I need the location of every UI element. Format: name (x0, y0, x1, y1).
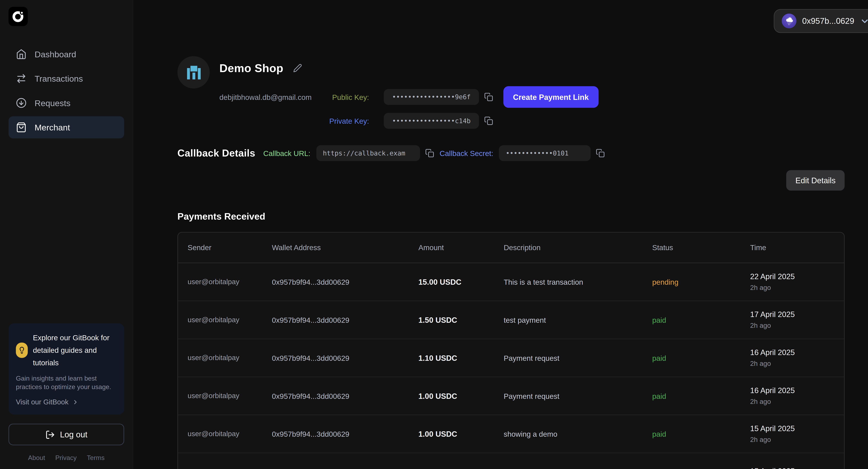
table-row[interactable]: user@orbitalpay 0x957b9f94...3dd00629 1.… (178, 377, 844, 415)
col-header-sender: Sender (178, 243, 272, 252)
edit-pencil-icon[interactable] (293, 64, 302, 72)
footer-link-terms[interactable]: Terms (87, 455, 104, 461)
time-date: 22 April 2025 (750, 272, 844, 281)
create-payment-link-button[interactable]: Create Payment Link (503, 86, 598, 108)
sidebar-item-transactions[interactable]: Transactions (8, 67, 124, 90)
transactions-icon (16, 73, 27, 84)
time-date: 15 April 2025 (750, 467, 844, 469)
main-content: 0x957b...0629 Demo Shop debjitbhowa (133, 0, 868, 469)
callback-details-row: Callback Details Callback URL: https://c… (178, 145, 844, 162)
sender-cell: user@orbitalpay (178, 430, 272, 438)
time-cell: 16 April 2025 2h ago (750, 348, 844, 368)
copy-icon (425, 149, 434, 158)
time-cell: 15 April 2025 2h ago (750, 424, 844, 443)
wallet-cell: 0x957b9f94...3dd00629 (272, 316, 418, 324)
callback-url-label: Callback URL: (264, 149, 310, 157)
amount-cell: 15.00 USDC (418, 277, 504, 286)
table-row[interactable]: user@orbitalpay 0x957b9f94...3dd00629 1.… (178, 301, 844, 339)
public-key-label: Public Key: (328, 93, 369, 101)
logout-label: Log out (60, 430, 87, 439)
arrow-down-circle-icon (16, 98, 27, 108)
status-cell: paid (652, 430, 750, 438)
sidebar: Dashboard Transactions Requests Merchant (0, 0, 133, 469)
amount-cell: 1.50 USDC (418, 316, 504, 324)
sender-cell: user@orbitalpay (178, 316, 272, 324)
private-key-label: Private Key: (328, 117, 369, 125)
time-cell: 16 April 2025 2h ago (750, 386, 844, 406)
table-row[interactable]: user@orbitalpay 0x957b9f94...3dd00629 1.… (178, 415, 844, 453)
copy-callback-secret-button[interactable] (596, 149, 605, 158)
home-icon (16, 49, 27, 60)
sender-cell: user@orbitalpay (178, 278, 272, 286)
gitbook-link[interactable]: Visit our GitBook (16, 398, 117, 406)
payments-table: Sender Wallet Address Amount Description… (178, 232, 844, 469)
edit-details-button[interactable]: Edit Details (786, 170, 845, 191)
table-row[interactable]: 15 April 2025 (178, 453, 844, 469)
time-cell: 22 April 2025 2h ago (750, 272, 844, 291)
footer-link-privacy[interactable]: Privacy (55, 455, 76, 461)
description-cell: Payment request (504, 354, 652, 362)
time-date: 17 April 2025 (750, 310, 844, 319)
description-cell: Payment request (504, 392, 652, 400)
shopping-bag-icon (16, 122, 27, 133)
status-cell: paid (652, 354, 750, 362)
col-header-status: Status (652, 243, 750, 252)
time-ago: 2h ago (750, 359, 844, 368)
table-row[interactable]: user@orbitalpay 0x957b9f94...3dd00629 1.… (178, 339, 844, 377)
status-cell: paid (652, 392, 750, 400)
merchant-header: Demo Shop debjitbhowal.db@gmail.com Publ… (178, 56, 844, 129)
logout-button[interactable]: Log out (8, 424, 124, 445)
copy-callback-url-button[interactable] (425, 149, 434, 158)
table-header-row: Sender Wallet Address Amount Description… (178, 233, 844, 263)
sidebar-item-label: Transactions (35, 74, 83, 83)
col-header-time: Time (750, 243, 844, 252)
sidebar-item-requests[interactable]: Requests (8, 92, 124, 114)
time-cell: 17 April 2025 2h ago (750, 310, 844, 329)
gitbook-link-label: Visit our GitBook (16, 398, 68, 406)
app-window: Dashboard Transactions Requests Merchant (0, 0, 868, 469)
time-ago: 2h ago (750, 322, 844, 329)
time-date: 16 April 2025 (750, 348, 844, 357)
chevron-right-icon (72, 399, 79, 406)
chevron-down-icon (860, 16, 868, 26)
footer-link-about[interactable]: About (28, 455, 45, 461)
cloud-rain-icon (785, 17, 793, 25)
sidebar-item-dashboard[interactable]: Dashboard (8, 43, 124, 65)
wallet-cell: 0x957b9f94...3dd00629 (272, 277, 418, 286)
callback-secret-value: ••••••••••••0101 (499, 145, 591, 161)
time-ago: 2h ago (750, 436, 844, 444)
sidebar-item-merchant[interactable]: Merchant (8, 116, 124, 138)
sidebar-footer: About Privacy Terms (8, 455, 124, 461)
lightbulb-icon (16, 343, 28, 358)
gitbook-promo-card: Explore our GitBook for detailed guides … (8, 323, 124, 415)
shop-logo-glyph (184, 63, 203, 82)
sender-cell: user@orbitalpay (178, 392, 272, 400)
sidebar-nav: Dashboard Transactions Requests Merchant (8, 43, 124, 139)
col-header-wallet: Wallet Address (272, 243, 418, 252)
copy-private-key-button[interactable] (484, 116, 493, 125)
table-row[interactable]: user@orbitalpay 0x957b9f94...3dd00629 15… (178, 263, 844, 301)
merchant-email: debjitbhowal.db@gmail.com (219, 93, 328, 101)
wallet-avatar (782, 13, 797, 28)
status-cell: paid (652, 316, 750, 324)
copy-public-key-button[interactable] (484, 92, 493, 101)
time-date: 16 April 2025 (750, 386, 844, 395)
callback-url-value: https://callback.exam (316, 145, 420, 161)
copy-icon (484, 92, 493, 101)
status-cell: pending (652, 277, 750, 286)
shop-avatar (178, 56, 210, 88)
brand-logo (8, 7, 28, 26)
wallet-cell: 0x957b9f94...3dd00629 (272, 392, 418, 400)
amount-cell: 1.00 USDC (418, 392, 504, 400)
wallet-account-dropdown[interactable]: 0x957b...0629 (774, 9, 868, 33)
orbital-logo-icon (11, 9, 26, 24)
sender-cell: user@orbitalpay (178, 354, 272, 362)
copy-icon (596, 149, 605, 158)
description-cell: test payment (504, 316, 652, 324)
gitbook-promo-body: Gain insights and learn best practices t… (16, 374, 117, 392)
private-key-value: ••••••••••••••••c14b (384, 113, 479, 129)
amount-cell: 1.10 USDC (418, 354, 504, 362)
copy-icon (484, 116, 493, 125)
amount-cell: 1.00 USDC (418, 430, 504, 438)
gitbook-promo-title: Explore our GitBook for detailed guides … (33, 331, 117, 369)
